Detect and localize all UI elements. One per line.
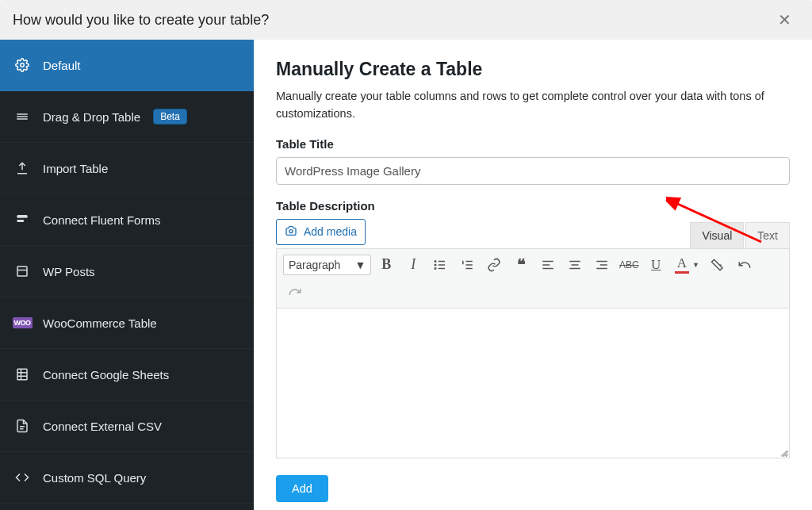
upload-icon [14,160,30,176]
italic-icon[interactable]: I [401,254,425,276]
editor: Paragraph ▼ B I ❝ [276,248,790,458]
modal-title: How would you like to create your table? [13,12,269,29]
underline-icon[interactable]: U [644,254,668,276]
numbered-list-icon[interactable] [455,254,479,276]
format-select[interactable]: Paragraph ▼ [283,255,371,275]
modal-body: Default Drag & Drop Table Beta Import Ta… [0,40,812,510]
svg-rect-5 [17,220,24,222]
align-left-icon[interactable] [536,254,560,276]
sidebar-item-label: WooCommerce Table [43,316,157,330]
media-icon [285,224,297,240]
redo-icon[interactable] [283,281,307,303]
main-panel: Manually Create a Table Manually create … [254,40,812,510]
beta-badge: Beta [153,109,187,125]
add-button[interactable]: Add [276,475,328,502]
sidebar-item-label: Connect Fluent Forms [43,213,160,227]
sidebar-item-label: Custom SQL Query [43,471,146,485]
clear-formatting-icon[interactable] [706,254,730,276]
chevron-down-icon: ▼ [354,259,366,271]
sidebar-item-label: Default [43,59,81,72]
posts-icon [14,263,30,279]
svg-rect-6 [17,267,27,276]
align-right-icon[interactable] [590,254,614,276]
sidebar-item-label: Connect External CSV [43,420,162,433]
sidebar-item-default[interactable]: Default [0,40,254,91]
sidebar-item-sql[interactable]: Custom SQL Query [0,452,254,504]
close-icon[interactable]: ✕ [770,6,799,34]
svg-point-18 [435,260,437,262]
page-title: Manually Create a Table [276,59,790,80]
sidebar-item-fluent-forms[interactable]: Connect Fluent Forms [0,194,254,246]
sidebar-item-label: WP Posts [43,265,95,278]
tab-text[interactable]: Text [745,222,790,248]
link-icon[interactable] [482,254,506,276]
sidebar-item-import[interactable]: Import Table [0,143,254,194]
sidebar-item-label: Import Table [43,162,108,175]
woocommerce-icon: WOO [14,315,30,331]
sheet-icon [14,366,30,382]
sidebar-item-wp-posts[interactable]: WP Posts [0,246,254,297]
file-icon [14,418,30,434]
text-color-icon[interactable]: A ▼ [671,254,703,276]
svg-point-20 [435,267,437,269]
form-icon [14,212,30,228]
sidebar: Default Drag & Drop Table Beta Import Ta… [0,40,254,510]
sidebar-item-drag-drop[interactable]: Drag & Drop Table Beta [0,91,254,143]
quote-icon[interactable]: ❝ [509,254,533,276]
editor-tabs: Visual Text [690,222,790,248]
table-description-label: Table Description [276,199,790,213]
table-title-input[interactable] [276,157,790,185]
sidebar-item-woocommerce[interactable]: WOO WooCommerce Table [0,297,254,349]
strikethrough-icon[interactable]: ABC [617,254,641,276]
svg-point-14 [289,229,293,232]
gear-icon [14,57,30,73]
add-media-label: Add media [304,225,357,238]
bold-icon[interactable]: B [374,254,398,276]
sidebar-item-label: Drag & Drop Table [43,110,140,124]
sidebar-item-label: Connect Google Sheets [43,368,169,382]
svg-point-0 [21,63,25,67]
svg-rect-4 [17,215,28,218]
svg-point-19 [435,264,437,266]
editor-toolbar: Paragraph ▼ B I ❝ [276,248,790,308]
page-subtitle: Manually create your table columns and r… [276,88,790,123]
tab-visual[interactable]: Visual [690,222,744,248]
code-icon [14,470,30,485]
bulleted-list-icon[interactable] [428,254,452,276]
modal-header: How would you like to create your table?… [0,0,812,40]
table-title-label: Table Title [276,137,790,151]
align-center-icon[interactable] [563,254,587,276]
undo-icon[interactable] [733,254,756,276]
drag-icon [14,109,30,125]
svg-rect-8 [17,369,27,380]
description-editor[interactable] [276,308,790,458]
add-media-button[interactable]: Add media [276,219,366,245]
sidebar-item-external-csv[interactable]: Connect External CSV [0,401,254,452]
sidebar-item-google-sheets[interactable]: Connect Google Sheets [0,349,254,401]
